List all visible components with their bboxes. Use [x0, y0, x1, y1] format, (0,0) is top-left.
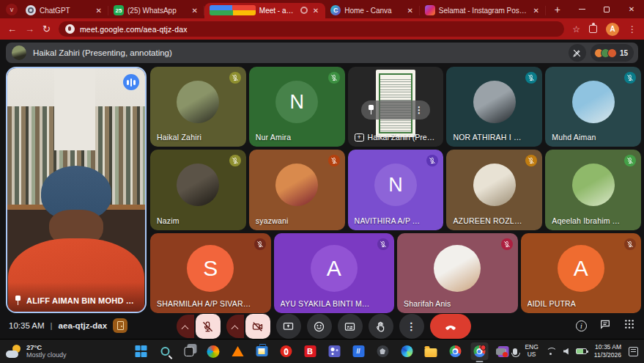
tab-search-icon[interactable]: v: [6, 4, 18, 15]
extensions-icon[interactable]: [589, 25, 597, 33]
vlc-icon[interactable]: [229, 342, 246, 360]
chrome-icon[interactable]: [446, 342, 464, 360]
weather-temp: 27°C: [26, 343, 67, 351]
edge-icon[interactable]: [398, 342, 415, 360]
browser-toolbar: ← → ↻ meet.google.com/aea-qtjz-dax ☆ A ⋮: [0, 18, 644, 40]
tab-close-icon[interactable]: ✕: [405, 7, 414, 15]
participant-name: AIDIL PUTRA: [528, 299, 623, 308]
back-icon[interactable]: ←: [7, 23, 17, 34]
tray-mic-icon[interactable]: [513, 348, 517, 355]
tab-close-icon[interactable]: ✕: [95, 7, 103, 15]
volume-icon[interactable]: [563, 348, 569, 355]
tab-close-icon[interactable]: ✕: [531, 7, 540, 15]
meeting-details-icon[interactable]: i: [576, 320, 587, 331]
participant-name: SHARMILAH A/P SIVARAMAN: [157, 299, 252, 308]
taskbar-clock[interactable]: 10:35 AM 11/3/2026: [594, 343, 621, 359]
participant-name: Sharifah Anis: [404, 299, 499, 308]
chrome-active-icon[interactable]: [470, 342, 488, 360]
captions-button[interactable]: [338, 314, 363, 339]
bookmark-star-icon[interactable]: ☆: [572, 24, 580, 34]
raise-hand-button[interactable]: [369, 314, 393, 339]
new-tab-button[interactable]: +: [546, 4, 569, 15]
participant-tile[interactable]: Haikal Zahiri: [150, 67, 246, 147]
participant-mini-avatars: [594, 48, 617, 58]
mic-options-chevron[interactable]: [177, 315, 194, 338]
participant-tile[interactable]: NNur Amira: [249, 67, 345, 147]
participant-name: Haikal Zahiri: [157, 133, 227, 142]
participant-tile[interactable]: Aqeelah Ibrahim Yim: [545, 150, 641, 230]
participant-tile[interactable]: AZUREEN ROZLAN: [446, 150, 542, 230]
search-icon[interactable]: [156, 342, 174, 360]
chat-icon[interactable]: [599, 318, 611, 333]
tile-menu-icon[interactable]: ⋮: [415, 105, 423, 115]
activities-grid-icon[interactable]: [623, 318, 635, 333]
participant-name: AYU SYAKILA BINTI MOHAMAD...: [281, 299, 376, 308]
annotation-icon[interactable]: [569, 44, 586, 62]
dark-app-icon[interactable]: [374, 342, 391, 360]
browser-tab[interactable]: Meet - aea-qtjz-dax ✕: [204, 3, 325, 18]
maximize-button[interactable]: [594, 0, 619, 18]
participant-tile[interactable]: NOR ATHIRAH I SETIAU...: [446, 67, 542, 147]
site-info-icon[interactable]: [65, 24, 75, 34]
more-options-button[interactable]: ⋮: [399, 314, 424, 339]
close-button[interactable]: ✕: [619, 0, 644, 18]
copilot-icon[interactable]: [204, 342, 222, 360]
camera-off-button[interactable]: [245, 314, 270, 339]
pin-icon[interactable]: [368, 105, 374, 114]
tab-close-icon[interactable]: ✕: [311, 7, 320, 15]
file-explorer-icon[interactable]: [422, 342, 440, 360]
teams-icon[interactable]: [325, 342, 343, 360]
store-icon[interactable]: [253, 342, 270, 360]
participant-initial-avatar: A: [311, 245, 358, 292]
participant-tile[interactable]: Nazim: [150, 150, 246, 230]
notification-center-icon[interactable]: [629, 347, 638, 356]
participant-tile[interactable]: syazwani: [249, 150, 345, 230]
browser-tab[interactable]: Selamat - Instagram Post (4:5) ✕: [420, 3, 546, 18]
participant-tile[interactable]: AAYU SYAKILA BINTI MOHAMAD...: [274, 233, 395, 313]
participant-tile[interactable]: ⋮ +Haikal Zahiri (Prese...: [348, 67, 444, 147]
weather-widget[interactable]: 27°C Mostly cloudy: [6, 343, 67, 359]
tab-title: Selamat - Instagram Post (4:5): [439, 7, 528, 15]
end-call-button[interactable]: [430, 314, 471, 339]
participant-tile[interactable]: AAIDIL PUTRA: [521, 233, 642, 313]
opera-icon[interactable]: [277, 342, 295, 360]
participant-photo-avatar: [434, 245, 481, 292]
browser-tab[interactable]: 25 (25) WhatsApp ✕: [108, 3, 204, 18]
mic-control: [177, 314, 221, 339]
address-bar[interactable]: meet.google.com/aea-qtjz-dax: [59, 21, 564, 37]
tab-close-icon[interactable]: ✕: [190, 7, 199, 15]
present-screen-button[interactable]: [276, 314, 301, 339]
language-indicator[interactable]: ENG US: [525, 344, 538, 359]
participants-pill[interactable]: 15: [591, 44, 634, 62]
browser-tab[interactable]: C Home - Canva ✕: [325, 3, 420, 18]
forward-icon[interactable]: →: [25, 23, 34, 34]
profile-avatar[interactable]: A: [606, 23, 619, 36]
camera-options-chevron[interactable]: [226, 315, 244, 338]
participant-count: 15: [620, 49, 628, 57]
participant-tile[interactable]: NNAVITHIRA A/P ARUMAI...: [348, 150, 444, 230]
wifi-icon[interactable]: [546, 348, 556, 356]
minimize-button[interactable]: [569, 0, 594, 18]
pinned-participant-name: ALIFF AIMAN BIN MOHD HALILI: [26, 296, 138, 305]
task-view-icon[interactable]: [180, 342, 198, 360]
participant-initial-avatar: S: [187, 245, 234, 292]
browser-menu-icon[interactable]: ⋮: [628, 24, 637, 34]
reload-icon[interactable]: ↻: [42, 23, 51, 34]
b-app-icon[interactable]: B: [301, 342, 319, 360]
participant-tile[interactable]: Muhd Aiman: [545, 67, 641, 147]
meet-control-bar: 10:35 AM | aea-qtjz-dax: [6, 313, 641, 339]
door-icon[interactable]: [113, 318, 127, 333]
slash-app-icon[interactable]: //: [349, 342, 367, 360]
start-icon[interactable]: [132, 342, 149, 360]
speaking-indicator-icon: [123, 74, 139, 90]
mic-muted-icon: [328, 72, 340, 84]
pinned-video-tile[interactable]: ALIFF AIMAN BIN MOHD HALILI: [6, 67, 147, 313]
reactions-button[interactable]: [307, 314, 332, 339]
browser-tab[interactable]: ChatGPT ✕: [21, 3, 108, 18]
battery-icon[interactable]: [576, 348, 587, 354]
participant-tile[interactable]: SSHARMILAH A/P SIVARAMAN: [150, 233, 271, 313]
mic-muted-button[interactable]: [196, 314, 221, 339]
participant-tile[interactable]: Sharifah Anis: [397, 233, 518, 313]
mic-muted-icon: [624, 155, 636, 166]
screen-record-icon[interactable]: [496, 348, 506, 355]
